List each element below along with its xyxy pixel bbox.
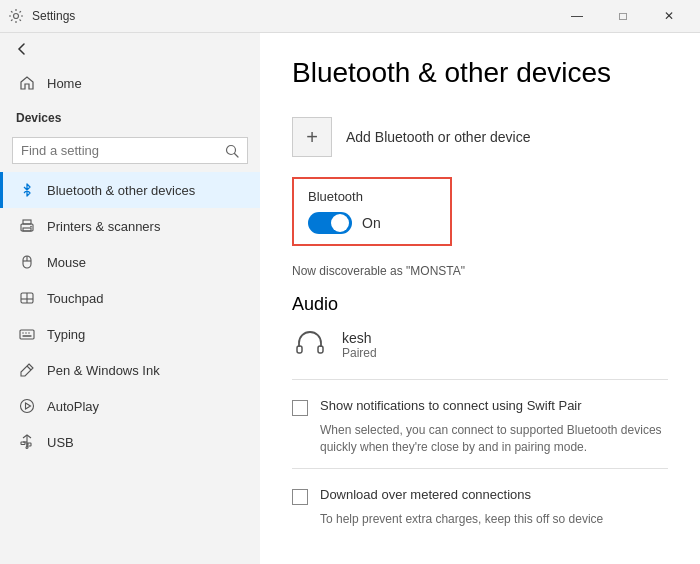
bluetooth-icon — [19, 182, 35, 198]
search-icon — [225, 144, 239, 158]
add-device-row[interactable]: + Add Bluetooth or other device — [292, 109, 668, 165]
svg-rect-13 — [20, 330, 34, 339]
sidebar-item-usb-label: USB — [47, 435, 74, 450]
swift-pair-helper: When selected, you can connect to suppor… — [320, 422, 668, 456]
maximize-button[interactable]: □ — [600, 0, 646, 32]
home-icon — [19, 75, 35, 91]
title-bar: Settings — □ ✕ — [0, 0, 700, 32]
search-input[interactable] — [21, 143, 219, 158]
metered-label: Download over metered connections — [320, 487, 531, 502]
title-bar-title: Settings — [32, 9, 75, 23]
sidebar-item-typing[interactable]: Typing — [0, 316, 260, 352]
metered-row: Download over metered connections — [292, 477, 668, 511]
sidebar-item-mouse[interactable]: Mouse — [0, 244, 260, 280]
audio-section: Audio kesh Paired — [292, 294, 668, 363]
add-device-label: Add Bluetooth or other device — [346, 129, 530, 145]
sidebar: Home Devices Bluetooth & other devices — [0, 33, 260, 564]
close-button[interactable]: ✕ — [646, 0, 692, 32]
sidebar-section-label: Devices — [0, 101, 260, 129]
app-container: Home Devices Bluetooth & other devices — [0, 32, 700, 564]
usb-icon — [19, 434, 35, 450]
toggle-row: On — [308, 212, 436, 234]
typing-icon — [19, 326, 35, 342]
touchpad-icon — [19, 290, 35, 306]
sidebar-item-autoplay[interactable]: AutoPlay — [0, 388, 260, 424]
svg-marker-20 — [26, 403, 31, 409]
swift-pair-row: Show notifications to connect using Swif… — [292, 388, 668, 422]
discoverable-text: Now discoverable as "MONSTA" — [292, 264, 668, 278]
bluetooth-section: Bluetooth On — [292, 177, 452, 246]
svg-point-0 — [14, 14, 19, 19]
svg-rect-28 — [318, 346, 323, 353]
pen-icon — [19, 362, 35, 378]
mouse-icon — [19, 254, 35, 270]
bluetooth-status: On — [362, 215, 381, 231]
sidebar-item-home-label: Home — [47, 76, 82, 91]
bluetooth-toggle[interactable] — [308, 212, 352, 234]
add-device-plus-icon: + — [292, 117, 332, 157]
sidebar-item-home[interactable]: Home — [0, 65, 260, 101]
svg-rect-23 — [21, 442, 25, 445]
svg-line-2 — [235, 153, 239, 157]
printer-icon — [19, 218, 35, 234]
back-button[interactable] — [0, 33, 260, 65]
divider-2 — [292, 468, 668, 469]
main-content: Bluetooth & other devices + Add Bluetoot… — [260, 33, 700, 564]
settings-app-icon — [8, 8, 24, 24]
metered-checkbox[interactable] — [292, 489, 308, 505]
svg-rect-5 — [23, 228, 31, 231]
audio-device-row[interactable]: kesh Paired — [292, 327, 668, 363]
audio-section-title: Audio — [292, 294, 668, 315]
autoplay-icon — [19, 398, 35, 414]
svg-line-18 — [27, 366, 31, 370]
swift-pair-checkbox[interactable] — [292, 400, 308, 416]
device-info: kesh Paired — [342, 330, 377, 360]
svg-point-26 — [26, 447, 28, 449]
bluetooth-section-label: Bluetooth — [308, 189, 436, 204]
device-status: Paired — [342, 346, 377, 360]
svg-rect-4 — [23, 220, 31, 224]
svg-point-6 — [30, 226, 32, 228]
title-bar-controls: — □ ✕ — [554, 0, 692, 32]
device-name: kesh — [342, 330, 377, 346]
metered-helper: To help prevent extra charges, keep this… — [320, 511, 668, 528]
sidebar-item-bluetooth[interactable]: Bluetooth & other devices — [0, 172, 260, 208]
sidebar-item-printers-label: Printers & scanners — [47, 219, 160, 234]
sidebar-item-printers[interactable]: Printers & scanners — [0, 208, 260, 244]
sidebar-item-autoplay-label: AutoPlay — [47, 399, 99, 414]
sidebar-item-touchpad[interactable]: Touchpad — [0, 280, 260, 316]
back-icon — [16, 43, 28, 55]
toggle-knob — [331, 214, 349, 232]
sidebar-item-touchpad-label: Touchpad — [47, 291, 103, 306]
search-box[interactable] — [12, 137, 248, 164]
svg-rect-27 — [297, 346, 302, 353]
headphone-icon — [292, 327, 328, 363]
title-bar-left: Settings — [8, 8, 554, 24]
swift-pair-label: Show notifications to connect using Swif… — [320, 398, 582, 413]
sidebar-item-bluetooth-label: Bluetooth & other devices — [47, 183, 195, 198]
sidebar-item-typing-label: Typing — [47, 327, 85, 342]
sidebar-item-pen-label: Pen & Windows Ink — [47, 363, 160, 378]
divider-1 — [292, 379, 668, 380]
sidebar-item-mouse-label: Mouse — [47, 255, 86, 270]
sidebar-item-pen[interactable]: Pen & Windows Ink — [0, 352, 260, 388]
sidebar-item-usb[interactable]: USB — [0, 424, 260, 460]
page-title: Bluetooth & other devices — [292, 57, 668, 89]
minimize-button[interactable]: — — [554, 0, 600, 32]
